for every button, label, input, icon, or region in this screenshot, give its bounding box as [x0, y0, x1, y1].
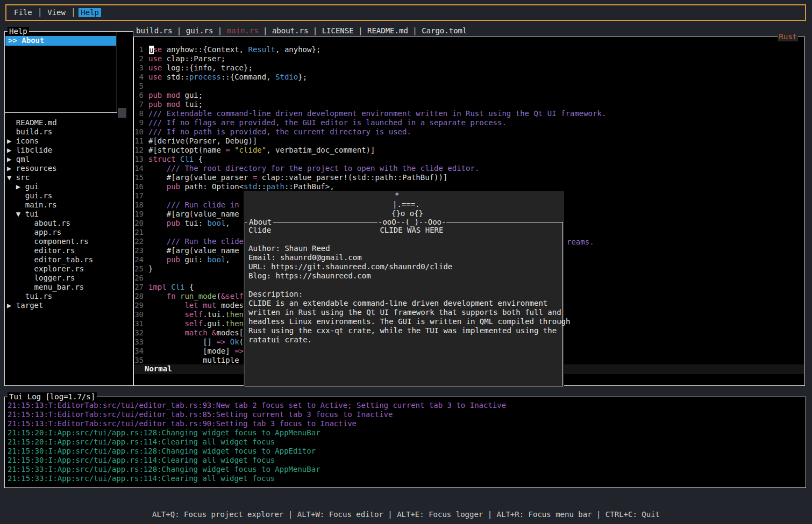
line-number: 20 — [134, 219, 144, 228]
line-number: 21 — [134, 228, 144, 237]
explorer-item[interactable]: gui.rs — [7, 191, 93, 200]
line-number: 35 — [134, 356, 144, 365]
explorer-item[interactable]: app.rs — [7, 228, 93, 237]
explorer-item[interactable]: build.rs — [7, 127, 93, 137]
editor-tab-Cargo-toml[interactable]: Cargo.toml — [422, 26, 467, 35]
code-line: 3use log::{info, trace}; — [134, 63, 606, 73]
log-entry: 21:15:13:T:EditorTab:src/tui/editor_tab.… — [8, 401, 506, 410]
explorer-item[interactable]: ▶ icons — [7, 137, 93, 146]
ascii-art-line: * — [395, 191, 399, 200]
line-number: 25 — [134, 264, 144, 274]
explorer-item[interactable]: ▶ target — [7, 301, 93, 310]
explorer-item[interactable]: README.md — [7, 118, 93, 127]
code-line: 7pub mod tui; — [134, 100, 606, 109]
line-number: 14 — [134, 164, 144, 173]
log-panel[interactable]: Tui Log [log=1.7/s] 21:15:13:T:EditorTab… — [4, 397, 806, 488]
about-popup-frame: About -ooO--(_)--Ooo- Clide CLIDE WAS HE… — [245, 222, 563, 386]
explorer-item[interactable]: ▼ src — [7, 173, 93, 182]
line-number: 29 — [134, 301, 144, 310]
line-number: 16 — [134, 182, 144, 191]
line-number: 27 — [134, 283, 144, 292]
line-number: 31 — [134, 319, 144, 328]
line-number: 1 — [134, 45, 144, 54]
explorer-item[interactable]: tui.rs — [7, 292, 93, 301]
tab-separator: | — [213, 26, 226, 35]
log-entry: 21:15:13:T:EditorTab:src/tui/editor_tab.… — [8, 410, 506, 419]
explorer-item[interactable]: logger.rs — [7, 274, 93, 283]
code-line: 15 #[arg(value_parser = clap::value_pars… — [134, 173, 606, 182]
line-number: 18 — [134, 200, 144, 210]
editor-tab-main-rs[interactable]: main.rs — [227, 26, 259, 35]
code-line: 8/// Extendable command-line driven deve… — [134, 109, 606, 118]
line-number: 5 — [134, 82, 144, 91]
explorer-item[interactable]: about.rs — [7, 219, 93, 228]
line-number: 12 — [134, 146, 144, 155]
tab-separator: | — [259, 26, 272, 35]
ascii-art-line: |.===. — [393, 200, 420, 209]
code-line: 5 — [134, 82, 606, 91]
explorer-item[interactable]: editor.rs — [7, 246, 93, 255]
ascii-art-line: {}o o{} — [391, 209, 423, 218]
editor-tab-build-rs[interactable]: build.rs — [136, 26, 172, 35]
menu-item-help[interactable]: Help — [79, 8, 101, 17]
about-popup-text: Clide CLIDE WAS HERE Author: Shaun Reed … — [245, 222, 562, 344]
line-number: 4 — [134, 73, 144, 82]
help-dropdown: Help >> About — [4, 31, 117, 113]
explorer-item[interactable]: ▶ gui — [7, 182, 93, 191]
menu-item-file[interactable]: File — [12, 8, 34, 17]
log-entry: 21:15:33:I:App:src/tui/app.rs:114:Cleari… — [8, 474, 506, 483]
code-line: 14 /// The root directory for the projec… — [134, 164, 606, 173]
code-line: 10/// If no path is provided, the curren… — [134, 127, 606, 137]
line-number: 26 — [134, 274, 144, 283]
tab-separator: | — [308, 26, 322, 35]
help-dropdown-option[interactable]: >> About — [5, 36, 116, 46]
line-number: 33 — [134, 338, 144, 347]
explorer-item[interactable]: main.rs — [7, 200, 93, 210]
tab-separator: | — [172, 26, 186, 35]
explorer-item[interactable]: menu_bar.rs — [7, 283, 93, 292]
code-overflow-fragment: reams. — [567, 238, 594, 247]
log-entry: 21:15:30:I:App:src/tui/app.rs:114:Cleari… — [8, 456, 506, 465]
editor-cursor: u — [149, 46, 154, 54]
explorer-item[interactable]: editor_tab.rs — [7, 255, 93, 264]
tab-separator: | — [408, 26, 422, 35]
line-number: 23 — [134, 246, 144, 255]
menu-item-view[interactable]: View — [45, 8, 68, 17]
code-line: 13struct Cli { — [134, 155, 606, 164]
editor-tab-gui-rs[interactable]: gui.rs — [186, 26, 213, 35]
explorer-item[interactable]: ▶ libclide — [7, 146, 93, 155]
explorer-item[interactable]: ▼ tui — [7, 210, 93, 219]
line-number: 15 — [134, 173, 144, 182]
keybinding-help-bar: ALT+Q: Focus project explorer | ALT+W: F… — [0, 492, 812, 524]
line-number: 30 — [134, 310, 144, 319]
log-entry: 21:15:30:I:App:src/tui/app.rs:128:Changi… — [8, 447, 506, 456]
line-number: 13 — [134, 155, 144, 164]
ascii-art-feet: -ooO--(_)--Ooo- — [377, 218, 446, 227]
clide-tui-app: File│View│Help README.md build.rs▶ icons… — [0, 0, 812, 524]
code-line: 11#[derive(Parser, Debug)] — [134, 137, 606, 146]
explorer-item[interactable]: ▶ qml — [7, 155, 93, 164]
explorer-scrollbar-thumb[interactable] — [118, 108, 126, 118]
file-tree: README.md build.rs▶ icons▶ libclide▶ qml… — [7, 118, 93, 310]
log-panel-title: Tui Log [log=1.7/s] — [8, 392, 97, 401]
menu-separator: │ — [68, 8, 79, 17]
code-line: 12#[structopt(name = "clide", verbatim_d… — [134, 146, 606, 155]
line-number: 28 — [134, 292, 144, 301]
log-entry: 21:15:20:I:App:src/tui/app.rs:128:Changi… — [8, 428, 506, 437]
editor-tab-about-rs[interactable]: about.rs — [272, 26, 308, 35]
editor-tab-LICENSE[interactable]: LICENSE — [322, 26, 354, 35]
explorer-item[interactable]: component.rs — [7, 237, 93, 246]
explorer-item[interactable]: ▶ resources — [7, 164, 93, 173]
code-line: 6pub mod gui; — [134, 91, 606, 100]
about-popup: * |.===. {}o o{} About -ooO--(_)--Ooo- C… — [244, 191, 564, 387]
line-number: 17 — [134, 191, 144, 200]
about-popup-title: About — [247, 218, 273, 227]
log-entry: 21:15:13:T:EditorTab:src/tui/editor_tab.… — [8, 419, 506, 428]
line-number: 24 — [134, 255, 144, 264]
log-lines: 21:15:13:T:EditorTab:src/tui/editor_tab.… — [8, 401, 506, 483]
code-line: 4use std::process::{Command, Stdio}; — [134, 73, 606, 82]
line-number: 10 — [134, 127, 144, 137]
explorer-item[interactable]: explorer.rs — [7, 264, 93, 274]
editor-tab-README-md[interactable]: README.md — [367, 26, 408, 35]
line-number: 34 — [134, 347, 144, 356]
